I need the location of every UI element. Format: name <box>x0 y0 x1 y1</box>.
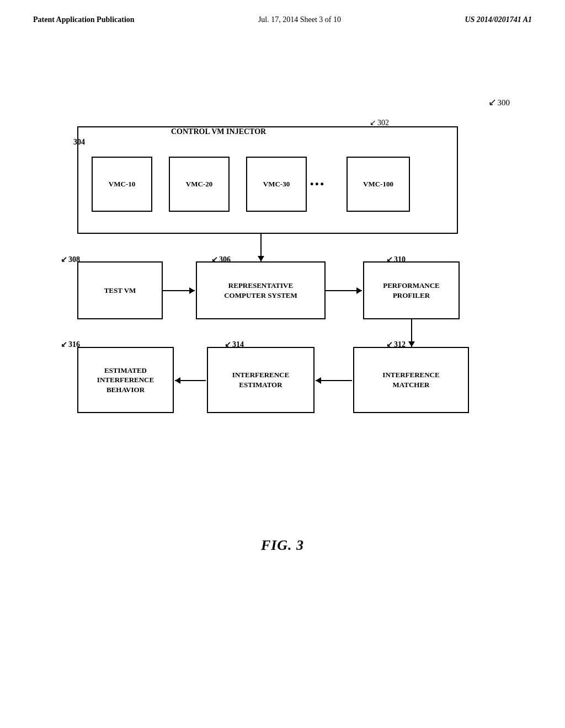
vmc30-box: VMC-30 <box>246 157 307 212</box>
rep-computer-label: REPRESENTATIVE COMPUTER SYSTEM <box>224 281 297 300</box>
interference-matcher-box: INTERFERENCE MATCHER <box>353 347 469 413</box>
arrow-306-to-310 <box>326 290 362 291</box>
arrow-308-to-306 <box>163 290 195 291</box>
arrow-302-to-306 <box>260 234 262 261</box>
vmc100-label: VMC-100 <box>363 179 393 189</box>
estimated-interference-behavior-box: ESTIMATED INTERFERENCE BEHAVIOR <box>77 347 174 413</box>
arrow-310-to-312 <box>411 319 412 347</box>
arrow-312-to-314 <box>316 380 352 381</box>
arrow-314-to-316 <box>175 380 206 381</box>
test-vm-box: TEST VM <box>77 261 163 319</box>
header-date-sheet: Jul. 17, 2014 Sheet 3 of 10 <box>258 15 341 24</box>
performance-profiler-box: PERFORMANCE PROFILER <box>363 261 460 319</box>
diagram-area: 300 CONTROL VM INJECTOR 302 304 VMC-10 V… <box>0 30 565 664</box>
dots-label: ••• <box>310 179 326 190</box>
vmc100-box: VMC-100 <box>347 157 410 212</box>
header-patent-number: US 2014/0201741 A1 <box>465 15 532 24</box>
interference-estimator-box: INTERFERENCE ESTIMATOR <box>207 347 315 413</box>
int-matcher-label: INTERFERENCE MATCHER <box>382 370 439 389</box>
est-int-behavior-label: ESTIMATED INTERFERENCE BEHAVIOR <box>97 366 154 395</box>
ref-302-label: 302 <box>370 118 389 127</box>
test-vm-label: TEST VM <box>104 286 136 296</box>
page-header: Patent Application Publication Jul. 17, … <box>0 0 565 24</box>
control-vm-injector-label: CONTROL VM INJECTOR <box>171 127 266 136</box>
vmc30-label: VMC-30 <box>263 179 290 189</box>
vmc10-label: VMC-10 <box>109 179 135 189</box>
ref-304-label: 304 <box>73 138 85 147</box>
representative-computer-system-box: REPRESENTATIVE COMPUTER SYSTEM <box>196 261 326 319</box>
header-publication-type: Patent Application Publication <box>33 15 135 24</box>
vmc20-box: VMC-20 <box>169 157 230 212</box>
figure-label: FIG. 3 <box>261 537 304 554</box>
ref-300-label: 300 <box>488 96 510 108</box>
perf-profiler-label: PERFORMANCE PROFILER <box>383 281 440 300</box>
vmc20-label: VMC-20 <box>186 179 212 189</box>
vmc10-box: VMC-10 <box>92 157 152 212</box>
int-estimator-label: INTERFERENCE ESTIMATOR <box>232 370 289 389</box>
